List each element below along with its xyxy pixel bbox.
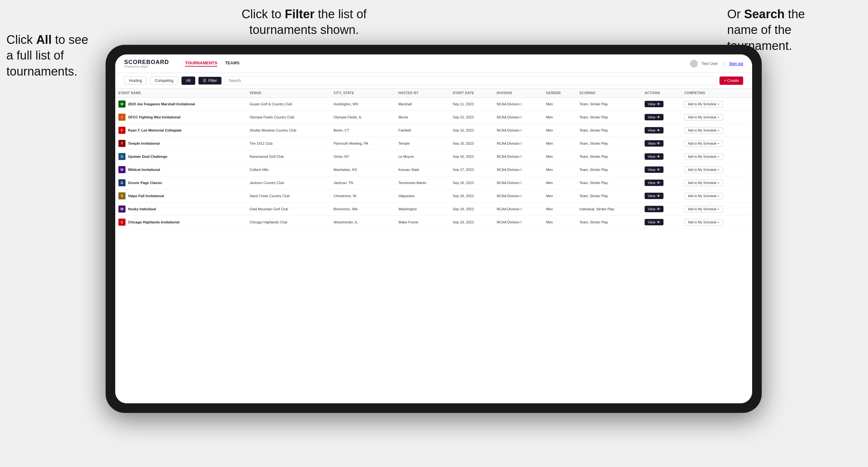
team-logo: V	[118, 192, 125, 199]
scoring: Team, Stroke Play	[576, 216, 642, 229]
city-state: Westchester, IL	[330, 216, 395, 229]
actions-cell: View 👁	[642, 163, 681, 176]
competing-cell: Add to My Schedule +	[681, 203, 752, 216]
view-button[interactable]: View 👁	[645, 140, 663, 147]
city-state: Victor, NY	[330, 150, 395, 163]
view-label: View	[648, 115, 655, 119]
nav-teams[interactable]: TEAMS	[225, 61, 240, 67]
table-body: M 2023 Joe Feaganes Marshall Invitationa…	[115, 98, 752, 229]
start-date: Sep 16, 2023	[450, 137, 494, 150]
tab-competing[interactable]: Competing	[150, 76, 178, 85]
tab-hosting[interactable]: Hosting	[124, 76, 147, 85]
view-button[interactable]: View 👁	[645, 127, 663, 133]
view-button[interactable]: View 👁	[645, 166, 663, 173]
event-name-cell: W Husky Individual	[118, 206, 243, 213]
table-row: T Temple Invitational The 1912 Club Plym…	[115, 137, 752, 150]
division: NCAA Division I	[494, 111, 543, 124]
start-date: Sep 15, 2023	[450, 111, 494, 124]
eye-icon: 👁	[657, 220, 660, 224]
event-name: Wildcat Invitational	[128, 167, 160, 172]
start-date: Sep 18, 2023	[450, 189, 494, 203]
filter-label: Filter	[208, 79, 217, 83]
actions-cell: View 👁	[642, 137, 681, 150]
scoring: Team, Stroke Play	[576, 137, 642, 150]
add-to-schedule-button[interactable]: Add to My Schedule +	[684, 127, 723, 134]
annotation-all: Click All to seea full list oftournament…	[6, 32, 122, 80]
view-button[interactable]: View 👁	[645, 180, 663, 186]
add-to-schedule-button[interactable]: Add to My Schedule +	[684, 166, 723, 173]
actions-cell: View 👁	[642, 98, 681, 111]
gender: Men	[543, 203, 576, 216]
scoring: Team, Stroke Play	[576, 176, 642, 189]
view-button[interactable]: View 👁	[645, 193, 663, 199]
divider: |	[723, 61, 724, 66]
view-label: View	[648, 220, 655, 224]
col-venue: VENUE	[246, 89, 331, 98]
view-label: View	[648, 142, 655, 145]
venue: Shuttle Meadow Country Club	[246, 124, 331, 137]
add-to-schedule-button[interactable]: Add to My Schedule +	[684, 114, 723, 121]
venue: Gold Mountain Golf Club	[246, 203, 331, 216]
city-state: Manhattan, KS	[330, 163, 395, 176]
add-to-schedule-button[interactable]: Add to My Schedule +	[684, 180, 723, 186]
col-hosted-by: HOSTED BY	[395, 89, 450, 98]
gender: Men	[543, 124, 576, 137]
event-name-cell: F Ryan T. Lee Memorial Collegiate	[118, 127, 243, 134]
search-input[interactable]	[225, 76, 716, 85]
view-button[interactable]: View 👁	[645, 206, 663, 212]
event-name: OFCC Fighting Illini Invitational	[128, 115, 181, 119]
gender: Men	[543, 150, 576, 163]
hosted-by: Washington	[395, 203, 450, 216]
actions-cell: View 👁	[642, 124, 681, 137]
start-date: Sep 18, 2023	[450, 203, 494, 216]
gender: Men	[543, 163, 576, 176]
city-state: Berlin, CT	[330, 124, 395, 137]
add-to-schedule-button[interactable]: Add to My Schedule +	[684, 206, 723, 213]
view-button[interactable]: View 👁	[645, 153, 663, 160]
event-name-cell: T Temple Invitational	[118, 140, 243, 147]
event-name-cell: U Upstate Dual Challenge	[118, 153, 243, 160]
view-button[interactable]: View 👁	[645, 219, 663, 225]
team-logo: F	[118, 127, 125, 134]
event-name: Upstate Dual Challenge	[128, 154, 167, 159]
col-actions: ACTIONS	[642, 89, 681, 98]
division: NCAA Division I	[494, 124, 543, 137]
nav-tournaments[interactable]: TOURNAMENTS	[185, 61, 217, 67]
scoring: Team, Stroke Play	[576, 111, 642, 124]
sign-out-link[interactable]: Sign out	[729, 61, 743, 66]
start-date: Sep 18, 2023	[450, 216, 494, 229]
add-to-schedule-button[interactable]: Add to My Schedule +	[684, 153, 723, 160]
gender: Men	[543, 111, 576, 124]
eye-icon: 👁	[657, 155, 660, 158]
venue: Colbert Hills	[246, 163, 331, 176]
city-state: Chesterton, IN	[330, 189, 395, 203]
city-state: Huntington, WV	[330, 98, 395, 111]
filter-button[interactable]: ☰ Filter	[198, 77, 221, 85]
gender: Men	[543, 216, 576, 229]
annotation-filter: Click to Filter the list oftournaments s…	[192, 6, 416, 38]
team-logo: T	[118, 140, 125, 147]
view-button[interactable]: View 👁	[645, 101, 663, 107]
view-button[interactable]: View 👁	[645, 114, 663, 120]
add-to-schedule-button[interactable]: Add to My Schedule +	[684, 193, 723, 199]
venue: Guyan Golf & Country Club	[246, 98, 331, 111]
table-row: U Upstate Dual Challenge Ravenwood Golf …	[115, 150, 752, 163]
scoring: Individual, Stroke Play	[576, 203, 642, 216]
add-to-schedule-button[interactable]: Add to My Schedule +	[684, 219, 723, 226]
table-row: F Ryan T. Lee Memorial Collegiate Shuttl…	[115, 124, 752, 137]
event-name-cell: V Valpo Fall Invitational	[118, 192, 243, 199]
actions-cell: View 👁	[642, 189, 681, 203]
username: Test User	[702, 61, 718, 66]
hosted-by: Valparaiso	[395, 189, 450, 203]
create-button[interactable]: + Create	[719, 76, 743, 85]
view-label: View	[648, 102, 655, 106]
add-to-schedule-button[interactable]: Add to My Schedule +	[684, 140, 723, 147]
venue: Ravenwood Golf Club	[246, 150, 331, 163]
tournaments-table: EVENT NAME VENUE CITY, STATE HOSTED BY S…	[115, 89, 752, 229]
tab-all[interactable]: All	[182, 76, 195, 85]
main-nav: TOURNAMENTS TEAMS	[185, 61, 677, 67]
competing-cell: Add to My Schedule +	[681, 137, 752, 150]
add-to-schedule-button[interactable]: Add to My Schedule +	[684, 101, 723, 107]
view-label: View	[648, 181, 655, 185]
col-start-date: START DATE	[450, 89, 494, 98]
